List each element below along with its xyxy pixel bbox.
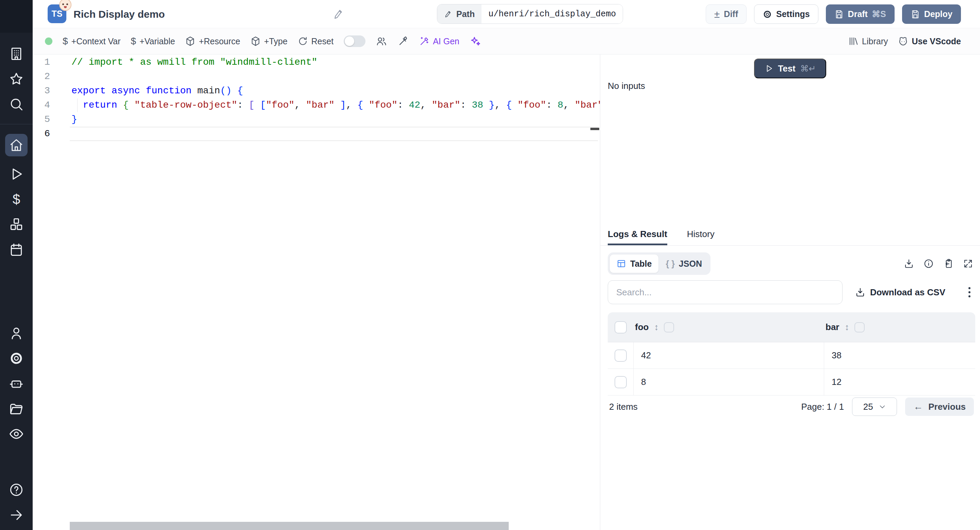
page-title: Rich Display demo bbox=[73, 0, 165, 28]
code-line[interactable]: export async function main() { bbox=[33, 84, 600, 98]
sparkles-icon[interactable] bbox=[469, 35, 481, 47]
add-type-button[interactable]: +Type bbox=[250, 36, 288, 46]
play-icon bbox=[764, 64, 773, 73]
status-dot bbox=[45, 37, 52, 45]
page-size-select[interactable]: 25 bbox=[852, 398, 897, 416]
inputs-section: Test ⌘↵ No inputs bbox=[600, 54, 980, 229]
view-json-button[interactable]: { } JSON bbox=[659, 254, 709, 273]
view-table-button[interactable]: Table bbox=[609, 254, 659, 273]
cell-bar: 12 bbox=[824, 369, 975, 395]
sidebar-item-settings-gear-icon[interactable] bbox=[9, 351, 24, 366]
code-line[interactable]: // import * as wmill from "windmill-clie… bbox=[33, 55, 600, 69]
row-checkbox[interactable] bbox=[614, 350, 627, 362]
settings-button[interactable]: Settings bbox=[754, 5, 818, 24]
sidebar-item-runs[interactable] bbox=[9, 166, 24, 182]
deploy-button[interactable]: Deploy bbox=[902, 5, 961, 24]
sidebar-item-resources-cubes-icon[interactable] bbox=[9, 217, 24, 232]
horizontal-scrollbar[interactable] bbox=[70, 522, 509, 530]
cell-foo: 8 bbox=[633, 369, 824, 395]
sidebar-item-folders-icon[interactable] bbox=[9, 401, 24, 416]
code-line[interactable]: } bbox=[33, 112, 600, 127]
refresh-icon bbox=[298, 36, 308, 46]
save-icon bbox=[834, 10, 844, 19]
expand-sidebar-arrow-icon[interactable] bbox=[9, 508, 24, 522]
sidebar: $ bbox=[0, 0, 33, 530]
magic-wand-icon bbox=[419, 36, 430, 46]
sidebar-item-audit-eye-icon[interactable] bbox=[9, 426, 24, 441]
editor-toolbar: $ +Context Var $ +Variable +Resource +Ty… bbox=[33, 28, 980, 54]
add-context-var-button[interactable]: $ +Context Var bbox=[63, 36, 121, 47]
use-vscode-button[interactable]: Use VScode bbox=[898, 36, 961, 46]
test-button[interactable]: Test ⌘↵ bbox=[754, 59, 826, 78]
path-field[interactable]: Path u/henri/rich_display_demo bbox=[437, 4, 623, 24]
favorites-star-icon[interactable] bbox=[9, 72, 24, 86]
tab-logs-and-result[interactable]: Logs & Result bbox=[608, 229, 667, 245]
download-as-csv-button[interactable]: Download as CSV bbox=[855, 287, 945, 298]
code-line[interactable] bbox=[33, 69, 600, 84]
gear-icon bbox=[762, 10, 772, 19]
workspace-building-icon[interactable] bbox=[9, 46, 24, 61]
ai-gen-button[interactable]: AI Gen bbox=[419, 36, 460, 46]
code-line[interactable] bbox=[33, 127, 600, 141]
sidebar-item-schedules-calendar-icon[interactable] bbox=[9, 242, 24, 257]
save-draft-button[interactable]: Draft ⌘S bbox=[826, 5, 894, 24]
search-input[interactable] bbox=[608, 280, 843, 304]
table-options-kebab-icon[interactable] bbox=[967, 286, 972, 299]
add-resource-button[interactable]: +Resource bbox=[185, 36, 240, 46]
sidebar-item-users-person-icon[interactable] bbox=[9, 326, 24, 341]
home-icon bbox=[9, 138, 24, 152]
library-button[interactable]: Library bbox=[848, 36, 888, 46]
sort-bar-icon[interactable]: ↕ bbox=[845, 322, 849, 332]
sidebar-item-variables[interactable]: $ bbox=[9, 192, 24, 207]
no-inputs-label: No inputs bbox=[608, 81, 645, 91]
vscode-icon bbox=[898, 36, 908, 46]
column-header-bar[interactable]: bar bbox=[826, 322, 839, 332]
page-indicator: Page: 1 / 1 bbox=[801, 402, 844, 412]
code-content[interactable]: // import * as wmill from "windmill-clie… bbox=[33, 55, 600, 141]
left-arrow-icon: ← bbox=[913, 401, 923, 412]
sidebar-divider bbox=[0, 124, 33, 125]
baby-emoji-icon bbox=[59, 0, 72, 11]
code-editor[interactable]: 123456 // import * as wmill from "windmi… bbox=[33, 54, 600, 530]
json-braces-icon: { } bbox=[666, 259, 675, 269]
overview-ruler-cursor-mark bbox=[590, 128, 599, 130]
reset-button[interactable]: Reset bbox=[298, 36, 334, 46]
table-body: 42 38 8 12 bbox=[608, 342, 975, 396]
chevron-down-icon bbox=[878, 403, 886, 410]
download-icon bbox=[855, 287, 865, 297]
previous-page-button[interactable]: ← Previous bbox=[905, 398, 974, 416]
run-panel: Test ⌘↵ No inputs Logs & Result History bbox=[600, 54, 980, 530]
search-icon[interactable] bbox=[9, 97, 24, 112]
info-icon[interactable] bbox=[924, 259, 934, 269]
diff-button[interactable]: ± Diff bbox=[706, 5, 746, 24]
cell-foo: 42 bbox=[633, 342, 824, 369]
sort-foo-icon[interactable]: ↕ bbox=[654, 322, 659, 332]
windmill-logo-icon[interactable] bbox=[0, 0, 33, 33]
help-icon[interactable] bbox=[9, 482, 24, 497]
column-bar-toggle[interactable] bbox=[854, 322, 865, 332]
result-table: foo ↕ bar ↕ 42 38 8 12 bbox=[608, 312, 975, 418]
tab-history[interactable]: History bbox=[687, 229, 714, 245]
code-line[interactable]: return { "table-row-object": [ ["foo", "… bbox=[33, 98, 600, 112]
edit-path-pencil-icon bbox=[444, 10, 452, 18]
add-variable-button[interactable]: $ +Variable bbox=[130, 36, 175, 47]
sidebar-item-home[interactable] bbox=[5, 134, 27, 156]
plus-minus-icon: ± bbox=[714, 8, 720, 20]
multiplayer-toggle[interactable] bbox=[344, 35, 366, 47]
table-row: 8 12 bbox=[608, 369, 975, 396]
format-code-icon[interactable] bbox=[398, 35, 409, 47]
multiplayer-users-icon[interactable] bbox=[375, 35, 387, 47]
sidebar-item-workers-robot-icon[interactable] bbox=[9, 376, 24, 391]
download-result-icon[interactable] bbox=[904, 259, 914, 269]
expand-fullscreen-icon[interactable] bbox=[963, 259, 973, 269]
select-all-checkbox[interactable] bbox=[614, 321, 627, 334]
copy-result-icon[interactable] bbox=[943, 259, 953, 269]
edit-summary-pencil-icon[interactable] bbox=[333, 8, 344, 20]
save-icon bbox=[911, 10, 920, 19]
column-foo-toggle[interactable] bbox=[664, 322, 674, 332]
column-header-foo[interactable]: foo bbox=[635, 322, 649, 332]
package-icon bbox=[185, 36, 195, 46]
table-row: 42 38 bbox=[608, 342, 975, 369]
results-section: Table { } JSON bbox=[600, 246, 980, 418]
row-checkbox[interactable] bbox=[614, 376, 627, 388]
